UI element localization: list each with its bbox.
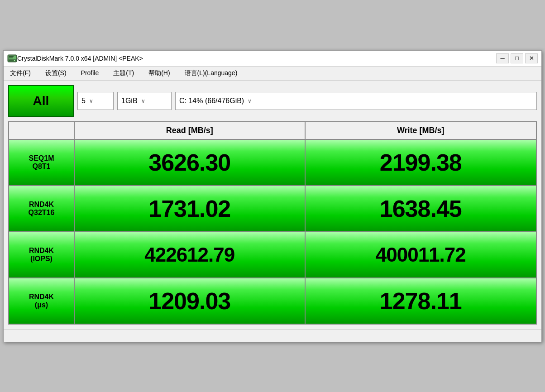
drive-dropdown[interactable]: C: 14% (66/476GiB) ∨ bbox=[175, 92, 537, 110]
svg-rect-4 bbox=[9, 56, 14, 57]
table-row: RND4K Q32T16 1731.02 1638.45 bbox=[9, 186, 536, 232]
read-text-seq1m: 3626.30 bbox=[148, 151, 230, 174]
row-label-rnd4k-q32: RND4K Q32T16 bbox=[9, 186, 75, 231]
all-button[interactable]: All bbox=[8, 85, 74, 117]
menu-bar: 文件(F) 设置(S) Profile 主题(T) 帮助(H) 语言(L)(La… bbox=[4, 67, 541, 81]
header-label-col bbox=[9, 122, 75, 139]
header-read: Read [MB/s] bbox=[75, 122, 306, 139]
read-text-rnd4k-q32: 1731.02 bbox=[148, 197, 230, 220]
row-label-rnd4k-us: RND4K (μs) bbox=[9, 278, 75, 324]
write-value-rnd4k-q32: 1638.45 bbox=[306, 186, 536, 231]
write-value-seq1m: 2199.38 bbox=[306, 140, 536, 185]
size-value: 1GiB bbox=[121, 97, 138, 105]
write-text-rnd4k-iops: 400011.72 bbox=[376, 245, 466, 265]
maximize-button[interactable]: □ bbox=[511, 53, 523, 63]
count-value: 5 bbox=[81, 97, 86, 105]
window-controls: ─ □ ✕ bbox=[496, 53, 538, 63]
write-text-seq1m: 2199.38 bbox=[380, 151, 462, 174]
results-table: Read [MB/s] Write [MB/s] SEQ1M Q8T1 3626… bbox=[8, 121, 537, 325]
write-value-rnd4k-us: 1278.11 bbox=[306, 278, 536, 324]
menu-language[interactable]: 语言(L)(Language) bbox=[182, 68, 240, 78]
drive-value: C: 14% (66/476GiB) bbox=[179, 97, 244, 105]
minimize-button[interactable]: ─ bbox=[496, 53, 509, 63]
count-dropdown[interactable]: 5 ∨ bbox=[77, 92, 114, 110]
read-value-rnd4k-us: 1209.03 bbox=[75, 278, 306, 324]
drive-chevron: ∨ bbox=[248, 98, 252, 104]
menu-theme[interactable]: 主题(T) bbox=[110, 68, 137, 78]
size-dropdown[interactable]: 1GiB ∨ bbox=[117, 92, 172, 110]
main-content: All 5 ∨ 1GiB ∨ C: 14% (66/476GiB) ∨ Read… bbox=[4, 81, 541, 329]
table-row: SEQ1M Q8T1 3626.30 2199.38 bbox=[9, 140, 536, 186]
top-controls: All 5 ∨ 1GiB ∨ C: 14% (66/476GiB) ∨ bbox=[8, 85, 537, 117]
write-value-rnd4k-iops: 400011.72 bbox=[306, 232, 536, 277]
table-row: RND4K (μs) 1209.03 1278.11 bbox=[9, 278, 536, 324]
table-row: RND4K (IOPS) 422612.79 400011.72 bbox=[9, 232, 536, 278]
size-chevron: ∨ bbox=[141, 98, 145, 104]
header-write: Write [MB/s] bbox=[306, 122, 536, 139]
menu-profile[interactable]: Profile bbox=[78, 68, 102, 78]
svg-rect-5 bbox=[9, 57, 13, 58]
window-title: CrystalDiskMark 7.0.0 x64 [ADMIN] <PEAK> bbox=[17, 55, 496, 62]
count-chevron: ∨ bbox=[89, 98, 93, 104]
status-bar bbox=[4, 329, 541, 342]
svg-point-3 bbox=[14, 60, 15, 61]
close-button[interactable]: ✕ bbox=[525, 53, 538, 63]
menu-help[interactable]: 帮助(H) bbox=[146, 68, 172, 78]
app-icon bbox=[7, 53, 17, 63]
row-label-seq1m: SEQ1M Q8T1 bbox=[9, 140, 75, 185]
write-text-rnd4k-q32: 1638.45 bbox=[380, 197, 462, 220]
title-bar: CrystalDiskMark 7.0.0 x64 [ADMIN] <PEAK>… bbox=[4, 51, 541, 67]
read-value-rnd4k-iops: 422612.79 bbox=[75, 232, 306, 277]
results-header: Read [MB/s] Write [MB/s] bbox=[9, 122, 536, 140]
menu-file[interactable]: 文件(F) bbox=[7, 68, 33, 78]
main-window: CrystalDiskMark 7.0.0 x64 [ADMIN] <PEAK>… bbox=[3, 50, 542, 342]
read-text-rnd4k-iops: 422612.79 bbox=[144, 245, 234, 265]
read-value-seq1m: 3626.30 bbox=[75, 140, 306, 185]
write-text-rnd4k-us: 1278.11 bbox=[380, 289, 462, 313]
row-label-rnd4k-iops: RND4K (IOPS) bbox=[9, 232, 75, 277]
menu-settings[interactable]: 设置(S) bbox=[43, 68, 69, 78]
read-value-rnd4k-q32: 1731.02 bbox=[75, 186, 306, 231]
read-text-rnd4k-us: 1209.03 bbox=[148, 289, 230, 313]
